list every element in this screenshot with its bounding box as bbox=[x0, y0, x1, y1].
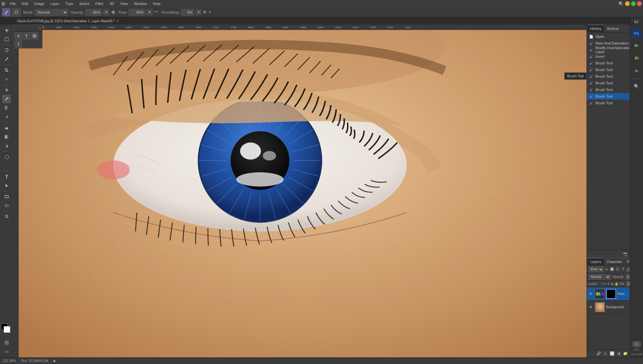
move-tool[interactable] bbox=[2, 26, 11, 35]
tool-options-float-panel: × A ¶ ℹ bbox=[14, 25, 43, 48]
blur-tool[interactable]: ◑ bbox=[2, 141, 11, 150]
layer-kind-select[interactable]: Kind bbox=[588, 266, 604, 272]
br-icon[interactable]: Br bbox=[631, 40, 642, 51]
ps-icon[interactable]: Ps bbox=[632, 29, 642, 39]
float-tool-btn-text[interactable]: A bbox=[15, 32, 22, 40]
mode-select[interactable]: Normal bbox=[35, 9, 68, 16]
menu-view[interactable]: View bbox=[118, 1, 131, 6]
filter-pixel-btn[interactable] bbox=[609, 266, 614, 272]
float-tool-btn-grid[interactable] bbox=[31, 32, 38, 40]
zoom-tool[interactable] bbox=[2, 212, 11, 221]
history-brush-tool[interactable]: ↺ bbox=[2, 113, 11, 121]
window-close[interactable] bbox=[637, 1, 642, 6]
magic-wand-tool[interactable] bbox=[2, 55, 11, 63]
pen-tool[interactable] bbox=[2, 161, 11, 170]
svg-point-69 bbox=[263, 151, 276, 161]
float-tool-btn-info[interactable]: ℹ bbox=[15, 40, 22, 47]
in-icon[interactable]: In bbox=[631, 65, 642, 76]
link-layers-btn[interactable]: 🔗 bbox=[596, 351, 602, 357]
add-layer-style-btn[interactable]: fx bbox=[602, 351, 608, 357]
progress-arrow[interactable]: ▶ bbox=[53, 359, 56, 363]
lock-all-btn[interactable]: 🔒 bbox=[614, 281, 618, 287]
history-new-snapshot-btn[interactable]: 📷 bbox=[622, 251, 628, 257]
background-layer-visibility-eye[interactable]: 👁 bbox=[588, 305, 594, 310]
menu-layer[interactable]: Layer bbox=[47, 1, 62, 6]
lock-artboard-btn[interactable]: ⊞ bbox=[611, 281, 613, 287]
clone-stamp-tool[interactable] bbox=[2, 104, 11, 112]
new-group-btn[interactable]: 📁 bbox=[622, 351, 628, 357]
3d-rotate-tool[interactable]: 3D bbox=[2, 201, 11, 210]
far-right-icons-panel: CC Lr Ps Br Ai In 🔍 0 РУС 10:47 AM 7/20/… bbox=[630, 0, 643, 364]
filter-type-btn[interactable]: T bbox=[620, 266, 625, 272]
window-minimize[interactable] bbox=[625, 1, 630, 6]
menu-3d[interactable]: 3D bbox=[107, 1, 117, 6]
pressure-opacity-icon[interactable] bbox=[111, 10, 116, 15]
layers-tab-btn[interactable]: Layers bbox=[588, 258, 604, 266]
rectangle-tool[interactable] bbox=[2, 192, 11, 201]
add-layer-mask-btn[interactable]: ⬜ bbox=[609, 351, 615, 357]
flow-toggle[interactable]: ▼ bbox=[146, 9, 152, 15]
path-selection-tool[interactable] bbox=[2, 181, 11, 190]
smoothing-toggle[interactable]: ▼ bbox=[196, 9, 202, 15]
menu-filter[interactable]: Filter bbox=[93, 1, 106, 6]
lock-transparent-btn[interactable]: ⬚ bbox=[599, 281, 602, 287]
eraser-tool[interactable] bbox=[2, 124, 11, 132]
svg-point-70 bbox=[236, 172, 284, 187]
svg-text:5150: 5150 bbox=[370, 26, 376, 29]
menu-window[interactable]: Window bbox=[131, 1, 149, 6]
menu-type[interactable]: Type bbox=[63, 1, 76, 6]
ai-icon[interactable]: Ai bbox=[631, 52, 642, 64]
search-icon[interactable]: 🔍 bbox=[618, 1, 624, 6]
flow-input[interactable] bbox=[129, 9, 145, 16]
document-tab[interactable]: iStock-614737048.jpg @ 132% (Hue/Saturat… bbox=[13, 17, 123, 25]
rectangular-marquee-tool[interactable] bbox=[2, 35, 11, 44]
menu-edit[interactable]: Edit bbox=[19, 1, 31, 6]
brush-angle-icon[interactable]: ↗ bbox=[208, 10, 211, 15]
smoothing-input[interactable] bbox=[181, 9, 194, 16]
dodge-tool[interactable]: ◯ bbox=[2, 152, 11, 161]
tab-close-button[interactable]: × bbox=[117, 19, 119, 23]
menu-help[interactable]: Help bbox=[150, 1, 163, 6]
new-fill-adjustment-btn[interactable]: ◑ bbox=[616, 351, 622, 357]
search-icon-right[interactable]: 🔍 bbox=[631, 81, 642, 92]
float-tool-btn-para[interactable]: ¶ bbox=[23, 32, 30, 40]
filter-adjustment-btn[interactable] bbox=[615, 266, 620, 272]
gradient-tool[interactable] bbox=[2, 133, 11, 141]
svg-text:4850: 4850 bbox=[265, 26, 271, 29]
smoothing-settings-icon[interactable]: ⚙ bbox=[203, 10, 206, 14]
airbrush-icon[interactable] bbox=[154, 9, 158, 15]
flow-label: Flow: bbox=[119, 10, 127, 14]
eyedropper-tool[interactable] bbox=[2, 75, 11, 83]
canvas-image[interactable] bbox=[19, 30, 587, 357]
lock-image-btn[interactable]: ✏ bbox=[603, 281, 606, 287]
blend-mode-select[interactable]: Normal bbox=[588, 274, 611, 280]
layer-visibility-eye[interactable]: 👁 bbox=[588, 291, 594, 297]
opacity-input[interactable] bbox=[85, 9, 102, 16]
lock-position-btn[interactable]: ✛ bbox=[607, 281, 610, 287]
lr-icon[interactable]: Lr bbox=[631, 16, 642, 27]
menu-select[interactable]: Select bbox=[77, 1, 92, 6]
notification-badge[interactable]: 0 bbox=[632, 341, 641, 347]
history-item-label: Brush Tool bbox=[596, 101, 613, 105]
opacity-toggle[interactable]: ▼ bbox=[103, 9, 109, 15]
svg-text:5100: 5100 bbox=[352, 26, 358, 29]
spot-healing-tool[interactable]: ⊕ bbox=[2, 86, 11, 94]
quick-mask-mode-btn[interactable] bbox=[2, 338, 11, 347]
window-maximize[interactable] bbox=[631, 1, 636, 6]
background-color-swatch[interactable] bbox=[4, 326, 10, 333]
actions-tab[interactable]: Actions bbox=[604, 25, 621, 33]
brush-size-picker[interactable] bbox=[12, 8, 21, 17]
opacity-label: Opacity: bbox=[612, 275, 624, 279]
screen-mode-btn[interactable]: ▭ bbox=[2, 347, 11, 356]
lasso-tool[interactable] bbox=[2, 46, 11, 54]
crop-tool[interactable] bbox=[2, 66, 11, 74]
menu-file[interactable]: File bbox=[7, 1, 19, 6]
brush-tool[interactable] bbox=[2, 95, 11, 103]
svg-point-93 bbox=[491, 197, 493, 199]
history-tab[interactable]: History bbox=[588, 25, 604, 33]
brush-tool-icon[interactable] bbox=[2, 8, 11, 17]
menu-image[interactable]: Image bbox=[32, 1, 47, 6]
type-tool[interactable]: T bbox=[2, 172, 11, 181]
channels-tab-btn[interactable]: Channels bbox=[604, 258, 624, 266]
float-panel-close-btn[interactable]: × bbox=[39, 27, 41, 30]
